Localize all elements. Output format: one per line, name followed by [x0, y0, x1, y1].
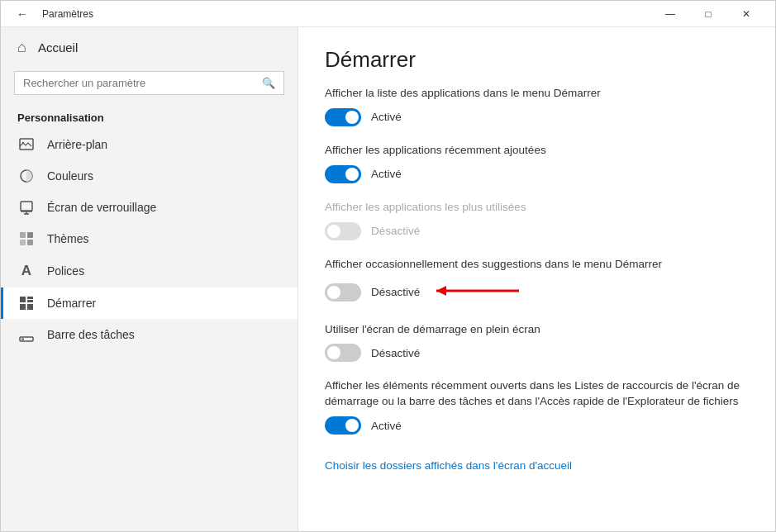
- toggle-row-5: Désactivé: [325, 344, 749, 362]
- sidebar-item-barre-taches[interactable]: Barre des tâches: [1, 319, 298, 350]
- sidebar-section-title: Personnalisation: [1, 105, 298, 129]
- arriere-plan-label: Arrière-plan: [47, 138, 107, 151]
- setting-group-6: Afficher les éléments récemment ouverts …: [325, 378, 749, 435]
- toggle-6[interactable]: [325, 416, 361, 435]
- search-icon: 🔍: [262, 77, 275, 89]
- barre-taches-label: Barre des tâches: [47, 328, 135, 341]
- toggle-thumb-4: [327, 286, 340, 299]
- window-content: ⌂ Accueil 🔍 Personnalisation Arrière-pla…: [1, 27, 775, 531]
- setting-label-3: Afficher les applications les plus utili…: [325, 200, 749, 216]
- svg-rect-11: [20, 297, 26, 302]
- toggle-thumb-5: [327, 346, 340, 359]
- toggle-status-3: Désactivé: [371, 225, 420, 237]
- sidebar: ⌂ Accueil 🔍 Personnalisation Arrière-pla…: [1, 27, 298, 531]
- svg-rect-8: [27, 232, 33, 238]
- sidebar-item-polices[interactable]: A Polices: [1, 254, 298, 287]
- themes-icon: [17, 231, 36, 246]
- arriere-plan-icon: [17, 137, 36, 152]
- title-bar: ← Paramètres — □ ✕: [1, 1, 775, 27]
- setting-label-1: Afficher la liste des applications dans …: [325, 86, 749, 102]
- barre-taches-icon: [17, 327, 36, 342]
- toggle-row-2: Activé: [325, 165, 749, 183]
- arrow-container: Désactivé: [325, 279, 749, 306]
- svg-rect-12: [27, 297, 33, 299]
- svg-point-1: [22, 142, 24, 144]
- setting-group-1: Afficher la liste des applications dans …: [325, 86, 749, 126]
- toggle-row-3: Désactivé: [325, 222, 749, 240]
- setting-label-5: Utiliser l'écran de démarrage en plein é…: [325, 322, 749, 338]
- window-title: Paramètres: [42, 8, 93, 20]
- maximize-button[interactable]: □: [689, 1, 727, 27]
- title-bar-left: ← Paramètres: [11, 2, 651, 26]
- search-box[interactable]: 🔍: [14, 71, 284, 95]
- sidebar-item-arriere-plan[interactable]: Arrière-plan: [1, 129, 298, 160]
- back-button[interactable]: ←: [11, 2, 34, 26]
- svg-rect-15: [27, 304, 33, 310]
- toggle-5[interactable]: [325, 344, 361, 362]
- setting-group-4: Afficher occasionnellement des suggestio…: [325, 257, 749, 306]
- couleurs-icon: [17, 169, 36, 183]
- toggle-row-4: Désactivé: [325, 283, 420, 302]
- sidebar-item-ecran-verrouillage[interactable]: Écran de verrouillage: [1, 192, 298, 223]
- toggle-row-6: Activé: [325, 416, 749, 435]
- toggle-status-6: Activé: [371, 420, 402, 432]
- home-icon: ⌂: [17, 39, 26, 56]
- svg-rect-9: [20, 240, 26, 245]
- toggle-1[interactable]: [325, 108, 361, 126]
- polices-label: Polices: [47, 264, 84, 278]
- svg-rect-10: [27, 240, 33, 245]
- ecran-verrouillage-icon: [17, 200, 36, 215]
- toggle-4[interactable]: [325, 283, 361, 302]
- folders-link[interactable]: Choisir les dossiers affichés dans l'écr…: [325, 459, 572, 472]
- sidebar-item-themes[interactable]: Thèmes: [1, 223, 298, 254]
- setting-label-6: Afficher les éléments récemment ouverts …: [325, 378, 749, 410]
- setting-label-4: Afficher occasionnellement des suggestio…: [325, 257, 749, 273]
- sidebar-item-accueil[interactable]: ⌂ Accueil: [1, 27, 298, 68]
- title-bar-controls: — □ ✕: [651, 1, 765, 27]
- toggle-thumb-6: [345, 419, 359, 432]
- svg-rect-14: [20, 304, 26, 310]
- demarrer-label: Démarrer: [47, 297, 96, 310]
- toggle-status-5: Désactivé: [371, 347, 420, 359]
- sidebar-item-couleurs[interactable]: Couleurs: [1, 160, 298, 192]
- setting-label-2: Afficher les applications récemment ajou…: [325, 143, 749, 159]
- toggle-status-1: Activé: [371, 111, 402, 123]
- setting-group-2: Afficher les applications récemment ajou…: [325, 143, 749, 183]
- search-input[interactable]: [23, 77, 255, 89]
- svg-rect-17: [21, 339, 24, 340]
- ecran-verrouillage-label: Écran de verrouillage: [47, 201, 156, 214]
- svg-rect-7: [20, 232, 26, 238]
- toggle-thumb-3: [327, 225, 340, 238]
- setting-group-3: Afficher les applications les plus utili…: [325, 200, 749, 240]
- svg-rect-13: [27, 300, 33, 302]
- setting-group-5: Utiliser l'écran de démarrage en plein é…: [325, 322, 749, 363]
- toggle-status-4: Désactivé: [371, 286, 420, 298]
- page-title: Démarrer: [325, 47, 749, 73]
- toggle-row-1: Activé: [325, 108, 749, 126]
- toggle-3: [325, 222, 361, 240]
- polices-icon: A: [17, 263, 36, 279]
- svg-rect-3: [21, 202, 32, 211]
- red-arrow: [428, 279, 527, 306]
- close-button[interactable]: ✕: [727, 1, 765, 27]
- couleurs-label: Couleurs: [47, 169, 93, 183]
- themes-label: Thèmes: [47, 232, 89, 245]
- home-label: Accueil: [38, 40, 78, 55]
- demarrer-icon: [17, 296, 36, 311]
- settings-window: ← Paramètres — □ ✕ ⌂ Accueil 🔍 Personnal…: [0, 0, 776, 532]
- toggle-status-2: Activé: [371, 168, 402, 180]
- main-panel: Démarrer Afficher la liste des applicati…: [298, 27, 775, 531]
- svg-marker-19: [436, 286, 446, 296]
- toggle-thumb-1: [345, 111, 359, 124]
- sidebar-item-demarrer[interactable]: Démarrer: [1, 287, 298, 319]
- toggle-2[interactable]: [325, 165, 361, 183]
- toggle-thumb-2: [345, 168, 359, 181]
- minimize-button[interactable]: —: [651, 1, 689, 27]
